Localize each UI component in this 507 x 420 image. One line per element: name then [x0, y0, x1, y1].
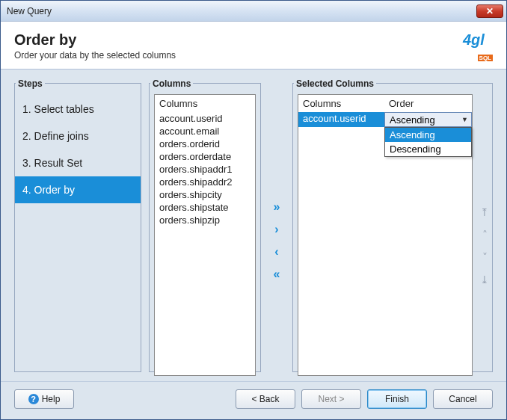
columns-listbox[interactable]: Columns account.useridaccount.emailorder… [154, 94, 256, 376]
dropdown-option-descending[interactable]: Descending [385, 142, 471, 156]
footer: ? Help < Back Next > Finish Cancel [1, 381, 506, 419]
close-button[interactable]: ✕ [476, 4, 503, 18]
back-button[interactable]: < Back [236, 389, 295, 409]
remove-button[interactable]: ‹ [268, 246, 285, 258]
move-down-icon[interactable]: ˅ [477, 251, 492, 263]
help-icon: ? [28, 394, 39, 404]
columns-header: Columns [155, 95, 255, 112]
cancel-button[interactable]: Cancel [433, 389, 493, 409]
order-value: Ascending [390, 114, 435, 126]
table-row[interactable]: account.userid Ascending ▼ Ascending Des… [298, 112, 472, 127]
list-item[interactable]: account.email [155, 125, 255, 138]
help-button[interactable]: ? Help [14, 389, 74, 409]
move-top-icon[interactable]: ⤒ [477, 206, 492, 218]
step-item[interactable]: 4. Order by [15, 176, 141, 203]
list-item[interactable]: orders.shipcity [155, 188, 255, 201]
move-bottom-icon[interactable]: ⤓ [477, 274, 492, 285]
step-item[interactable]: 2. Define joins [15, 123, 141, 149]
selected-label: Selected Columns [294, 78, 376, 89]
add-button[interactable]: › [268, 223, 285, 235]
list-item[interactable]: orders.shipaddr2 [155, 176, 255, 188]
page-title: Order by [14, 31, 176, 49]
list-item[interactable]: orders.orderdate [155, 150, 255, 163]
titlebar: New Query ✕ [1, 1, 506, 22]
step-item[interactable]: 3. Result Set [15, 149, 141, 176]
add-all-button[interactable]: » [268, 201, 285, 213]
page-subtitle: Order your data by the selected columns [14, 50, 176, 61]
columns-panel: Columns Columns account.useridaccount.em… [149, 78, 261, 372]
list-item[interactable]: orders.orderid [155, 138, 255, 150]
content-area: Steps 1. Select tables2. Define joins3. … [1, 69, 506, 381]
list-item[interactable]: account.userid [155, 112, 255, 125]
list-item[interactable]: orders.shipzip [155, 214, 255, 226]
transfer-arrows: » › ‹ « [268, 78, 285, 372]
dialog-window: New Query ✕ Order by Order your data by … [0, 0, 507, 420]
selected-columns-panel: Selected Columns Columns Order account.u… [292, 78, 493, 372]
selected-grid[interactable]: Columns Order account.userid Ascending ▼… [298, 94, 473, 376]
step-item[interactable]: 1. Select tables [15, 96, 141, 123]
steps-panel: Steps 1. Select tables2. Define joins3. … [14, 78, 141, 372]
order-combobox[interactable]: Ascending ▼ [384, 112, 472, 127]
grid-header-order: Order [384, 95, 472, 112]
move-up-icon[interactable]: ˄ [477, 229, 492, 241]
close-icon: ✕ [486, 6, 494, 16]
list-item[interactable]: orders.shipaddr1 [155, 163, 255, 176]
remove-all-button[interactable]: « [268, 268, 285, 280]
steps-label: Steps [16, 78, 45, 89]
list-item[interactable]: orders.shipstate [155, 201, 255, 214]
selected-column-cell: account.userid [298, 112, 384, 127]
app-logo: 4gl SQL [463, 31, 493, 61]
dropdown-option-ascending[interactable]: Ascending [385, 128, 471, 142]
finish-button[interactable]: Finish [367, 389, 427, 409]
order-dropdown: Ascending Descending [384, 127, 472, 157]
header: Order by Order your data by the selected… [1, 22, 506, 69]
next-button[interactable]: Next > [301, 389, 361, 409]
columns-label: Columns [150, 78, 193, 89]
chevron-down-icon: ▼ [461, 116, 468, 123]
grid-header-columns: Columns [298, 95, 384, 112]
reorder-arrows: ⤒ ˄ ˅ ⤓ [477, 90, 492, 371]
window-title: New Query [7, 6, 476, 16]
